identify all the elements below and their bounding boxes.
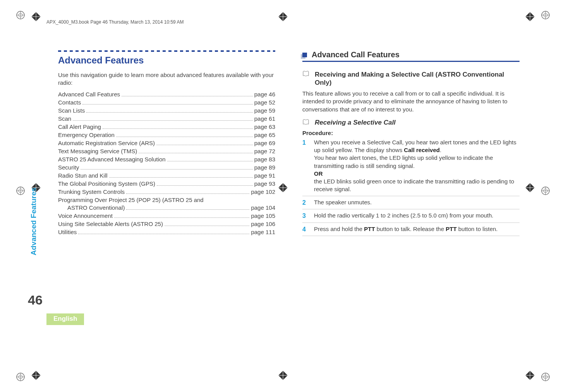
crop-mark-icon xyxy=(30,370,42,381)
step-body: Hold the radio vertically 1 to 2 inches … xyxy=(314,212,520,220)
step-body: Press and hold the PTT button to talk. R… xyxy=(314,225,520,234)
registration-mark-icon xyxy=(16,11,25,19)
side-tab-label: Advanced Features xyxy=(29,188,38,255)
toc-item: Programming Over Project 25 (POP 25) (AS… xyxy=(58,197,275,203)
toc-item: ASTRO 25 Advanced Messaging Solutionpage… xyxy=(58,156,275,163)
toc-item: Trunking System Controlspage 102 xyxy=(58,188,275,195)
book-icon xyxy=(302,119,309,126)
toc-item: Scanpage 61 xyxy=(58,115,275,122)
toc-item-sub: ASTRO Conventional)page 104 xyxy=(58,204,275,211)
subsection-title: Advanced Call Features xyxy=(312,50,400,59)
section-title: Advanced Features xyxy=(58,55,275,66)
toc-item: Radio Stun and Killpage 91 xyxy=(58,172,275,179)
toc-item: Contactspage 52 xyxy=(58,99,275,106)
toc-item: Text Messaging Service (TMS)page 72 xyxy=(58,148,275,155)
subsection-rule xyxy=(302,61,520,62)
left-column: Advanced Features Use this navigation gu… xyxy=(58,50,275,346)
right-column: Advanced Call Features Receiving and Mak… xyxy=(302,50,520,346)
toc-item: Utilitiespage 111 xyxy=(58,229,275,236)
registration-mark-icon xyxy=(16,187,25,195)
toc-item: Using Site Selectable Alerts (ASTRO 25)p… xyxy=(58,221,275,228)
section-rule xyxy=(58,50,275,52)
crop-mark-icon xyxy=(277,370,289,381)
topic-body: This feature allows you to receive a cal… xyxy=(302,90,520,113)
crop-mark-icon xyxy=(277,11,289,22)
registration-mark-icon xyxy=(541,373,550,381)
intro-text: Use this navigation guide to learn more … xyxy=(58,71,275,87)
toc-item: Advanced Call Featurespage 46 xyxy=(58,91,275,98)
step-number: 3 xyxy=(302,212,308,220)
print-header: APX_4000_M3.book Page 46 Thursday, March… xyxy=(46,19,184,25)
procedure-step: 3 Hold the radio vertically 1 to 2 inche… xyxy=(302,212,520,223)
toc-item: Securitypage 89 xyxy=(58,164,275,171)
crop-mark-icon xyxy=(524,370,536,381)
page-number: 46 xyxy=(28,293,43,308)
crop-mark-icon xyxy=(524,11,536,22)
registration-mark-icon xyxy=(16,373,25,381)
step-number: 2 xyxy=(302,199,308,207)
step-body: The speaker unmutes. xyxy=(314,199,520,207)
table-of-contents: Advanced Call Featurespage 46 Contactspa… xyxy=(58,91,275,236)
step-body: When you receive a Selective Call, you h… xyxy=(314,139,520,193)
toc-page: page 46 xyxy=(254,91,275,98)
square-bullet-icon xyxy=(302,53,307,57)
topic-title: Receiving a Selective Call xyxy=(315,119,396,127)
crop-mark-icon xyxy=(524,182,536,193)
step-number: 1 xyxy=(302,139,308,193)
toc-item: The Global Positioning System (GPS)page … xyxy=(58,180,275,187)
toc-item: Voice Announcementpage 105 xyxy=(58,212,275,219)
display-text: Call received xyxy=(404,147,440,153)
toc-item: Call Alert Pagingpage 63 xyxy=(58,123,275,130)
toc-item: Automatic Registration Service (ARS)page… xyxy=(58,140,275,147)
procedure-step: 4 Press and hold the PTT button to talk.… xyxy=(302,225,520,236)
procedure-label: Procedure: xyxy=(302,130,520,136)
topic-title: Receiving and Making a Selective Call (A… xyxy=(315,70,520,87)
registration-mark-icon xyxy=(541,11,550,19)
procedure-step: 1 When you receive a Selective Call, you… xyxy=(302,139,520,196)
book-icon xyxy=(302,70,309,77)
toc-label: Advanced Call Features xyxy=(58,91,120,98)
procedure-step: 2 The speaker unmutes. xyxy=(302,199,520,210)
step-number: 4 xyxy=(302,225,308,234)
toc-item: Scan Listspage 59 xyxy=(58,107,275,114)
crop-mark-icon xyxy=(30,11,42,22)
registration-mark-icon xyxy=(541,187,550,195)
toc-item: Emergency Operationpage 65 xyxy=(58,132,275,139)
